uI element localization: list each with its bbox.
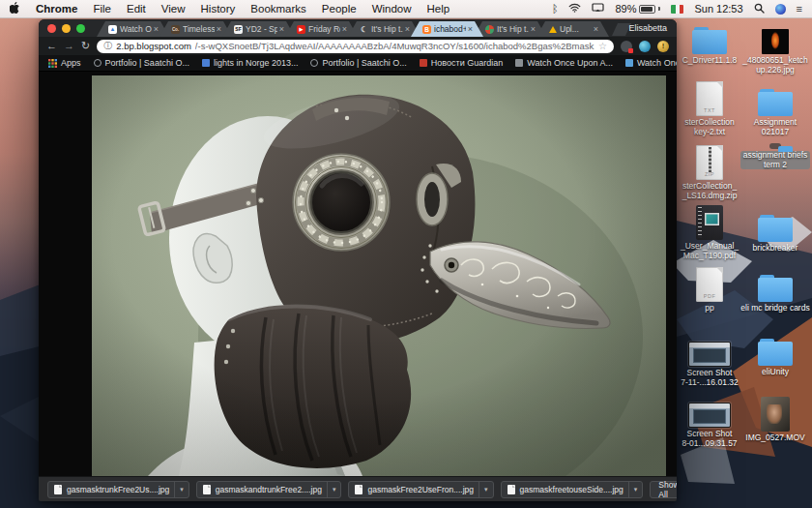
bookmark-guardian-news[interactable]: Новости Guardian bbox=[420, 58, 503, 68]
tab-close-icon[interactable]: × bbox=[154, 24, 159, 34]
bookmark-watch-once-1[interactable]: Watch Once Upon A... bbox=[515, 58, 613, 68]
desktop-icon-folder[interactable]: eliUnity bbox=[748, 339, 802, 377]
bookmark-portfolio-2[interactable]: Portfolio | Saatchi O... bbox=[310, 58, 406, 68]
extension-icon-3[interactable]: ! bbox=[657, 41, 669, 52]
tab-title: Upl... bbox=[560, 24, 592, 34]
download-caret-icon[interactable]: ▾ bbox=[174, 482, 188, 497]
forward-button[interactable]: → bbox=[64, 41, 74, 51]
desktop-icon-video[interactable]: IMG_0527.MOV bbox=[748, 397, 802, 443]
battery-indicator[interactable]: 89% bbox=[615, 3, 660, 15]
extension-icon-1[interactable] bbox=[621, 41, 632, 52]
download-item-2[interactable]: gasmaskandtrunkFree2....jpg ▾ bbox=[196, 481, 342, 498]
desktop-icon-folder[interactable]: Assignment 021017 bbox=[748, 89, 802, 136]
menu-status-area: ᛒ 89% Sun 12:53 ≡ bbox=[552, 3, 802, 15]
url-path: /-s-wQXSnoetB/Tj3LAqdweAI/AAAAAAAABzbA/4… bbox=[195, 41, 594, 51]
desktop-icon-folder-selected[interactable]: assignment briefs term 2 bbox=[748, 143, 802, 169]
tab-close-icon[interactable]: × bbox=[468, 24, 473, 34]
display-mirroring-icon[interactable] bbox=[592, 3, 604, 15]
tab-upload[interactable]: Upl... × bbox=[536, 21, 609, 37]
download-caret-icon[interactable]: ▾ bbox=[327, 482, 341, 497]
download-item-3[interactable]: gasmaskFree2UseFron....jpg ▾ bbox=[348, 481, 493, 498]
plague-doctor-mask-image[interactable] bbox=[92, 75, 666, 476]
tab-close-icon[interactable]: × bbox=[531, 24, 536, 34]
desktop-icon-txt-file[interactable]: TXT sterCollection key-2.txt bbox=[682, 81, 737, 136]
show-all-downloads-button[interactable]: Show All bbox=[650, 481, 677, 498]
close-window-button[interactable] bbox=[47, 24, 56, 33]
tab-its-hip-2[interactable]: It's Hip t... × bbox=[474, 21, 546, 37]
menu-item-bookmarks[interactable]: Bookmarks bbox=[250, 3, 306, 15]
menu-item-window[interactable]: Window bbox=[372, 3, 412, 15]
desktop-icon-label: _User_Manual_ Mac_T190.pdf bbox=[681, 242, 739, 260]
bookmark-apps[interactable]: Apps bbox=[48, 58, 81, 68]
tab-ichabod-active[interactable]: B ichabod+g... × bbox=[411, 21, 483, 37]
desktop-icon-label: Assignment 021017 bbox=[754, 118, 797, 136]
apple-menu-icon[interactable] bbox=[10, 2, 20, 16]
bookmark-favicon bbox=[515, 59, 523, 67]
download-caret-icon[interactable]: ▾ bbox=[478, 482, 493, 497]
siri-icon[interactable] bbox=[775, 4, 786, 15]
menu-item-edit[interactable]: Edit bbox=[127, 3, 146, 15]
desktop-icon-folder[interactable]: brickbreaker bbox=[748, 215, 802, 254]
page-info-icon[interactable]: ⓘ bbox=[103, 40, 112, 52]
download-item-1[interactable]: gasmasktrunkFree2Us....jpg ▾ bbox=[47, 481, 189, 498]
bookmark-portfolio-1[interactable]: Portfolio | Saatchi O... bbox=[94, 58, 189, 68]
tab-its-hip-1[interactable]: ☾ It's Hip t... × bbox=[348, 21, 420, 37]
desktop-icon-image[interactable]: _48080651_ketch up.226.jpg bbox=[748, 29, 802, 75]
pdf-file-icon: PDF bbox=[696, 267, 723, 302]
url-domain: 2.bp.blogspot.com bbox=[116, 41, 191, 51]
bookmark-lights-norge[interactable]: lights in Norge 2013... bbox=[202, 58, 299, 68]
wifi-icon[interactable] bbox=[568, 3, 581, 15]
reload-button[interactable]: ↻ bbox=[81, 41, 90, 51]
desktop-icon-folder[interactable]: eli mc bridge cards bbox=[748, 275, 802, 314]
bookmark-watch-once-2[interactable]: Watch Once Upon A... bbox=[625, 58, 677, 68]
tab-close-icon[interactable]: × bbox=[279, 24, 284, 34]
spotlight-icon[interactable] bbox=[754, 3, 765, 15]
desktop-icon-screenshot[interactable]: Screen Shot 7-11-...16.01.32 bbox=[682, 342, 737, 387]
desktop-icon-screenshot[interactable]: Screen Shot 8-01...09.31.57 bbox=[682, 403, 737, 448]
image-thumbnail-icon bbox=[762, 29, 789, 54]
tab-timeless[interactable]: Co. Timeless tr... × bbox=[160, 21, 232, 37]
bookmark-star-icon[interactable]: ☆ bbox=[598, 41, 607, 51]
desktop-icon-folder[interactable]: C_Driver11.1.8 bbox=[682, 27, 737, 66]
bookmark-label: Watch Once Upon A... bbox=[637, 58, 677, 68]
folder-icon bbox=[757, 215, 794, 242]
bookmark-favicon bbox=[420, 59, 427, 67]
address-bar[interactable]: ⓘ 2.bp.blogspot.com /-s-wQXSnoetB/Tj3LAq… bbox=[97, 40, 614, 53]
menu-item-file[interactable]: File bbox=[93, 3, 111, 15]
screenshot-thumbnail-icon bbox=[688, 342, 731, 367]
menu-item-help[interactable]: Help bbox=[427, 3, 450, 15]
bluetooth-icon[interactable]: ᛒ bbox=[552, 4, 559, 15]
input-language-flag-icon[interactable] bbox=[671, 5, 683, 14]
bookmark-label: Watch Once Upon A... bbox=[527, 58, 613, 68]
tab-friday[interactable]: ▶ Friday Rec... × bbox=[285, 21, 358, 37]
tab-close-icon[interactable]: × bbox=[405, 24, 410, 34]
menu-clock[interactable]: Sun 12:53 bbox=[694, 3, 742, 15]
download-item-4[interactable]: gasmaskfreetouseSide....jpg ▾ bbox=[501, 481, 644, 498]
text-file-icon: TXT bbox=[696, 81, 723, 116]
zoom-window-button[interactable] bbox=[76, 24, 85, 33]
tab-close-icon[interactable]: × bbox=[217, 24, 221, 34]
tab-close-icon[interactable]: × bbox=[342, 24, 347, 34]
back-button[interactable]: ← bbox=[46, 41, 57, 51]
download-filename: gasmaskfreetouseSide....jpg bbox=[520, 485, 624, 494]
menu-item-view[interactable]: View bbox=[161, 3, 186, 15]
desktop-icon-pdf-manual[interactable]: _User_Manual_ Mac_T190.pdf bbox=[682, 205, 737, 260]
tab-yd2[interactable]: SF YD2 - Spr... × bbox=[222, 21, 295, 37]
profile-name[interactable]: Elisabetta bbox=[628, 23, 667, 33]
folder-icon bbox=[757, 89, 794, 116]
desktop-icon-zip-file[interactable]: ZIP sterCollection_ _LS16.dmg.zip bbox=[682, 145, 737, 200]
menu-item-chrome[interactable]: Chrome bbox=[36, 3, 77, 15]
menu-item-history[interactable]: History bbox=[201, 3, 236, 15]
menu-item-people[interactable]: People bbox=[322, 3, 357, 15]
browser-toolbar: ← → ↻ ⓘ 2.bp.blogspot.com /-s-wQXSnoetB/… bbox=[39, 37, 677, 55]
folder-icon bbox=[757, 275, 794, 302]
desktop-icon-pdf-file[interactable]: PDF pp bbox=[682, 267, 737, 314]
minimize-window-button[interactable] bbox=[62, 24, 71, 33]
downloads-bar-right: Show All × bbox=[650, 481, 677, 498]
notification-center-icon[interactable]: ≡ bbox=[797, 4, 802, 15]
chrome-window: ▲ Watch Onc... × Co. Timeless tr... × SF… bbox=[39, 19, 677, 501]
download-caret-icon[interactable]: ▾ bbox=[628, 482, 643, 497]
tab-close-icon[interactable]: × bbox=[594, 24, 598, 34]
tab-watch-once[interactable]: ▲ Watch Onc... × bbox=[97, 21, 169, 37]
extension-icon-2[interactable] bbox=[639, 41, 651, 52]
